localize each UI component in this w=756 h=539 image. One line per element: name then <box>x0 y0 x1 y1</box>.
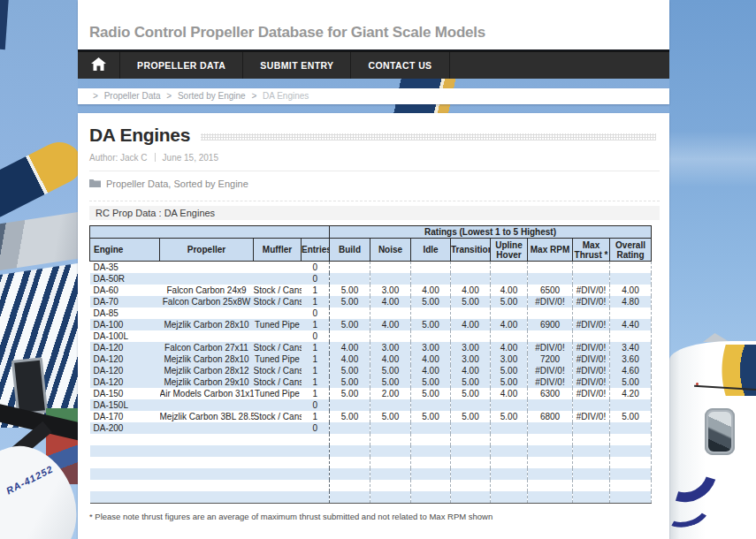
table-cell: Stock / Cans <box>254 285 302 296</box>
table-cell: DA-35 <box>90 262 160 274</box>
site-title: Radio Control Propeller Database for Gia… <box>89 24 485 42</box>
table-cell: 4.00 <box>411 285 451 296</box>
table-cell: 5.00 <box>330 296 370 307</box>
article-panel: DA Engines Author: Jack CJune 15, 2015 P… <box>78 113 669 539</box>
category-label[interactable]: Propeller Data, Sorted by Engine <box>106 178 248 189</box>
table-cell: 4.00 <box>411 353 451 365</box>
table-row: DA-120Falcon Carbon 27x11Stock / Cans14.… <box>90 342 652 353</box>
table-cell: #DIV/0! <box>573 411 610 422</box>
breadcrumb-link-sorted-by-engine[interactable]: Sorted by Engine <box>178 91 246 101</box>
table-cell: Mejzlik Carbon 28x10 <box>160 353 254 365</box>
table-cell <box>528 445 573 457</box>
table-cell <box>610 491 652 504</box>
table-cell: #DIV/0! <box>573 353 610 365</box>
table-cell <box>411 399 451 411</box>
table-cell: #DIV/0! <box>528 365 573 376</box>
table-row: DA-150Air Models Carbon 31x12Tuned Pipe1… <box>90 388 652 399</box>
table-cell <box>528 307 573 319</box>
breadcrumb-link-propeller-data[interactable]: Propeller Data <box>104 91 161 101</box>
table-cell <box>160 273 254 285</box>
table-cell: 4.20 <box>610 388 652 399</box>
table-cell <box>528 491 573 504</box>
table-cell <box>160 457 254 468</box>
table-row <box>90 457 652 468</box>
table-cell: DA-85 <box>90 307 160 319</box>
table-cell: 1 <box>302 411 330 422</box>
nav-item-submit-entry[interactable]: SUBMIT ENTRY <box>243 52 351 79</box>
table-row <box>90 491 652 504</box>
table-cell <box>302 480 330 491</box>
table-cell <box>254 445 302 457</box>
table-cell: 4.00 <box>330 353 370 365</box>
nav-item-contact-us[interactable]: CONTACT US <box>351 52 449 79</box>
table-cell: DA-120 <box>90 353 160 365</box>
content-column: Radio Control Propeller Database for Gia… <box>78 0 669 539</box>
table-cell <box>160 422 254 434</box>
table-cell <box>610 445 652 457</box>
table-cell <box>491 422 528 434</box>
meta-separator <box>155 153 156 162</box>
table-cell: 4.00 <box>451 319 491 330</box>
column-header: Transition <box>451 239 491 262</box>
table-cell <box>254 468 302 480</box>
table-cell: DA-120 <box>90 365 160 376</box>
table-cell <box>491 307 528 319</box>
table-cell <box>160 491 254 504</box>
table-row: DA-50R0 <box>90 273 652 285</box>
table-cell <box>451 422 491 434</box>
table-cell: Air Models Carbon 31x12 <box>160 388 254 399</box>
table-cell <box>610 457 652 468</box>
table-cell <box>330 330 370 342</box>
table-cell <box>254 307 302 319</box>
table-cell <box>330 422 370 434</box>
table-cell <box>411 422 451 434</box>
hatch-decor <box>11 357 48 415</box>
table-cell <box>491 457 528 468</box>
table-cell: 6800 <box>528 411 573 422</box>
table-cell <box>411 330 451 342</box>
table-cell: 5.00 <box>370 376 411 388</box>
nav-home-button[interactable] <box>78 52 120 79</box>
table-cell <box>160 330 254 342</box>
table-cell <box>451 307 491 319</box>
propeller-blade-decor <box>0 134 78 223</box>
table-cell: 3.00 <box>411 342 451 353</box>
table-row: DA-150L0 <box>90 399 652 411</box>
table-cell: 4.60 <box>610 365 652 376</box>
table-cell <box>370 422 411 434</box>
divider <box>89 171 660 171</box>
table-cell <box>573 480 610 491</box>
table-cell: 4.00 <box>451 365 491 376</box>
column-header: Upline Hover <box>491 239 528 262</box>
table-cell <box>451 468 491 480</box>
table-cell <box>370 480 411 491</box>
table-cell <box>610 399 652 411</box>
table-cell: 5.00 <box>491 411 528 422</box>
table-cell: Mejzlik Carbon 3BL 28.5x12 <box>160 411 254 422</box>
nav-item-propeller-data[interactable]: PROPELLER DATA <box>120 52 243 79</box>
table-cell <box>491 262 528 274</box>
table-cell: Stock / Cans <box>254 376 302 388</box>
table-cell <box>370 445 411 457</box>
table-cell: DA-70 <box>90 296 160 307</box>
table-cell <box>491 468 528 480</box>
table-cell: 4.00 <box>411 365 451 376</box>
cloud-decor <box>669 131 756 187</box>
table-cell <box>370 307 411 319</box>
table-cell <box>491 273 528 285</box>
table-cell: 5.00 <box>330 376 370 388</box>
table-cell <box>610 273 652 285</box>
table-cell: 5.00 <box>451 296 491 307</box>
table-cell <box>491 480 528 491</box>
table-cell <box>573 330 610 342</box>
table-cell <box>573 422 610 434</box>
table-cell: 3.40 <box>610 342 652 353</box>
table-cell <box>330 480 370 491</box>
table-row: DA-850 <box>90 307 652 319</box>
table-cell <box>573 262 610 274</box>
table-row: DA-120Mejzlik Carbon 29x10Stock / Cans15… <box>90 376 652 388</box>
table-cell: DA-100L <box>90 330 160 342</box>
table-cell <box>330 399 370 411</box>
table-cell <box>370 491 411 504</box>
prop-data-table: Ratings (Lowest 1 to 5 Highest)EnginePro… <box>89 225 652 504</box>
